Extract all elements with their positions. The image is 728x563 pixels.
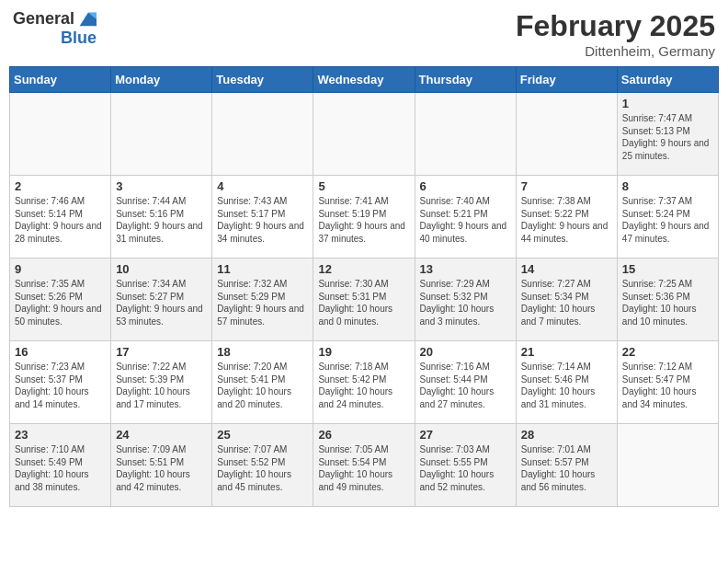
- logo-icon: [76, 9, 97, 29]
- calendar-cell: [111, 93, 212, 176]
- day-number: 10: [116, 262, 207, 276]
- calendar-cell: 25Sunrise: 7:07 AM Sunset: 5:52 PM Dayli…: [212, 424, 313, 507]
- logo-general-text: General: [13, 10, 74, 29]
- calendar-cell: 23Sunrise: 7:10 AM Sunset: 5:49 PM Dayli…: [10, 424, 111, 507]
- calendar-cell: [415, 93, 516, 176]
- calendar-header-thursday: Thursday: [415, 67, 516, 93]
- calendar-cell: 21Sunrise: 7:14 AM Sunset: 5:46 PM Dayli…: [516, 341, 617, 424]
- calendar-header-row: SundayMondayTuesdayWednesdayThursdayFrid…: [10, 67, 719, 93]
- calendar-week-row: 23Sunrise: 7:10 AM Sunset: 5:49 PM Dayli…: [10, 424, 719, 507]
- day-info: Sunrise: 7:44 AM Sunset: 5:16 PM Dayligh…: [116, 195, 207, 245]
- day-info: Sunrise: 7:27 AM Sunset: 5:34 PM Dayligh…: [521, 278, 612, 327]
- calendar-cell: 17Sunrise: 7:22 AM Sunset: 5:39 PM Dayli…: [111, 341, 212, 424]
- calendar-cell: [313, 93, 415, 176]
- day-info: Sunrise: 7:41 AM Sunset: 5:19 PM Dayligh…: [318, 195, 409, 245]
- calendar-cell: 20Sunrise: 7:16 AM Sunset: 5:44 PM Dayli…: [415, 341, 516, 424]
- calendar-cell: 5Sunrise: 7:41 AM Sunset: 5:19 PM Daylig…: [313, 176, 415, 259]
- day-number: 4: [217, 179, 308, 193]
- day-info: Sunrise: 7:37 AM Sunset: 5:24 PM Dayligh…: [622, 195, 713, 245]
- day-number: 17: [116, 345, 207, 359]
- title-block: February 2025 Dittenheim, Germany: [516, 9, 715, 59]
- calendar-cell: 16Sunrise: 7:23 AM Sunset: 5:37 PM Dayli…: [10, 341, 111, 424]
- day-number: 16: [15, 345, 106, 359]
- calendar-cell: [516, 93, 617, 176]
- day-info: Sunrise: 7:10 AM Sunset: 5:49 PM Dayligh…: [15, 443, 106, 493]
- day-info: Sunrise: 7:40 AM Sunset: 5:21 PM Dayligh…: [420, 195, 511, 245]
- calendar-cell: 11Sunrise: 7:32 AM Sunset: 5:29 PM Dayli…: [212, 259, 313, 341]
- day-info: Sunrise: 7:46 AM Sunset: 5:14 PM Dayligh…: [15, 195, 106, 245]
- day-number: 23: [15, 428, 106, 442]
- day-number: 19: [318, 345, 409, 359]
- calendar-cell: 9Sunrise: 7:35 AM Sunset: 5:26 PM Daylig…: [10, 259, 111, 341]
- day-number: 5: [318, 179, 409, 193]
- calendar-cell: 12Sunrise: 7:30 AM Sunset: 5:31 PM Dayli…: [313, 259, 415, 341]
- calendar-week-row: 16Sunrise: 7:23 AM Sunset: 5:37 PM Dayli…: [10, 341, 719, 424]
- calendar-cell: 14Sunrise: 7:27 AM Sunset: 5:34 PM Dayli…: [516, 259, 617, 341]
- calendar-header-wednesday: Wednesday: [313, 67, 415, 93]
- day-number: 22: [622, 345, 713, 359]
- calendar-header-monday: Monday: [111, 67, 212, 93]
- day-info: Sunrise: 7:29 AM Sunset: 5:32 PM Dayligh…: [420, 278, 511, 327]
- day-number: 25: [217, 428, 308, 442]
- calendar-cell: 10Sunrise: 7:34 AM Sunset: 5:27 PM Dayli…: [111, 259, 212, 341]
- day-info: Sunrise: 7:14 AM Sunset: 5:46 PM Dayligh…: [521, 361, 612, 410]
- calendar-cell: 24Sunrise: 7:09 AM Sunset: 5:51 PM Dayli…: [111, 424, 212, 507]
- day-number: 3: [116, 179, 207, 193]
- calendar-cell: 22Sunrise: 7:12 AM Sunset: 5:47 PM Dayli…: [617, 341, 718, 424]
- calendar-cell: [10, 93, 111, 176]
- day-number: 2: [15, 179, 106, 193]
- day-info: Sunrise: 7:34 AM Sunset: 5:27 PM Dayligh…: [116, 278, 207, 327]
- day-number: 20: [420, 345, 511, 359]
- day-number: 9: [15, 262, 106, 276]
- day-info: Sunrise: 7:47 AM Sunset: 5:13 PM Dayligh…: [622, 112, 713, 162]
- calendar-header-tuesday: Tuesday: [212, 67, 313, 93]
- day-number: 26: [318, 428, 409, 442]
- page-header: General Blue February 2025 Dittenheim, G…: [9, 9, 719, 59]
- day-number: 27: [420, 428, 511, 442]
- calendar-cell: 4Sunrise: 7:43 AM Sunset: 5:17 PM Daylig…: [212, 176, 313, 259]
- day-number: 1: [622, 97, 713, 110]
- calendar-header-sunday: Sunday: [10, 67, 111, 93]
- day-info: Sunrise: 7:05 AM Sunset: 5:54 PM Dayligh…: [318, 443, 409, 493]
- calendar-cell: 2Sunrise: 7:46 AM Sunset: 5:14 PM Daylig…: [10, 176, 111, 259]
- day-info: Sunrise: 7:25 AM Sunset: 5:36 PM Dayligh…: [622, 278, 713, 327]
- day-number: 11: [217, 262, 308, 276]
- day-info: Sunrise: 7:03 AM Sunset: 5:55 PM Dayligh…: [420, 443, 511, 493]
- calendar-cell: 7Sunrise: 7:38 AM Sunset: 5:22 PM Daylig…: [516, 176, 617, 259]
- calendar-week-row: 9Sunrise: 7:35 AM Sunset: 5:26 PM Daylig…: [10, 259, 719, 341]
- day-number: 15: [622, 262, 713, 276]
- calendar-cell: 1Sunrise: 7:47 AM Sunset: 5:13 PM Daylig…: [617, 93, 718, 176]
- calendar-week-row: 2Sunrise: 7:46 AM Sunset: 5:14 PM Daylig…: [10, 176, 719, 259]
- calendar-cell: 19Sunrise: 7:18 AM Sunset: 5:42 PM Dayli…: [313, 341, 415, 424]
- month-year-title: February 2025: [516, 9, 715, 43]
- day-info: Sunrise: 7:22 AM Sunset: 5:39 PM Dayligh…: [116, 361, 207, 410]
- calendar-cell: [212, 93, 313, 176]
- day-number: 6: [420, 179, 511, 193]
- day-info: Sunrise: 7:23 AM Sunset: 5:37 PM Dayligh…: [15, 361, 106, 410]
- day-info: Sunrise: 7:20 AM Sunset: 5:41 PM Dayligh…: [217, 361, 308, 410]
- day-info: Sunrise: 7:16 AM Sunset: 5:44 PM Dayligh…: [420, 361, 511, 410]
- calendar-header-friday: Friday: [516, 67, 617, 93]
- day-info: Sunrise: 7:35 AM Sunset: 5:26 PM Dayligh…: [15, 278, 106, 327]
- day-info: Sunrise: 7:43 AM Sunset: 5:17 PM Dayligh…: [217, 195, 308, 245]
- day-info: Sunrise: 7:30 AM Sunset: 5:31 PM Dayligh…: [318, 278, 409, 327]
- day-info: Sunrise: 7:01 AM Sunset: 5:57 PM Dayligh…: [521, 443, 612, 493]
- calendar-cell: [617, 424, 718, 507]
- calendar-cell: 28Sunrise: 7:01 AM Sunset: 5:57 PM Dayli…: [516, 424, 617, 507]
- day-info: Sunrise: 7:32 AM Sunset: 5:29 PM Dayligh…: [217, 278, 308, 327]
- calendar-cell: 3Sunrise: 7:44 AM Sunset: 5:16 PM Daylig…: [111, 176, 212, 259]
- day-info: Sunrise: 7:12 AM Sunset: 5:47 PM Dayligh…: [622, 361, 713, 410]
- calendar-week-row: 1Sunrise: 7:47 AM Sunset: 5:13 PM Daylig…: [10, 93, 719, 176]
- day-info: Sunrise: 7:38 AM Sunset: 5:22 PM Dayligh…: [521, 195, 612, 245]
- day-number: 18: [217, 345, 308, 359]
- day-number: 7: [521, 179, 612, 193]
- day-number: 24: [116, 428, 207, 442]
- day-number: 8: [622, 179, 713, 193]
- location-subtitle: Dittenheim, Germany: [516, 43, 715, 59]
- day-number: 14: [521, 262, 612, 276]
- calendar-table: SundayMondayTuesdayWednesdayThursdayFrid…: [9, 66, 719, 507]
- logo: General Blue: [13, 9, 97, 48]
- calendar-cell: 27Sunrise: 7:03 AM Sunset: 5:55 PM Dayli…: [415, 424, 516, 507]
- day-info: Sunrise: 7:09 AM Sunset: 5:51 PM Dayligh…: [116, 443, 207, 493]
- day-number: 21: [521, 345, 612, 359]
